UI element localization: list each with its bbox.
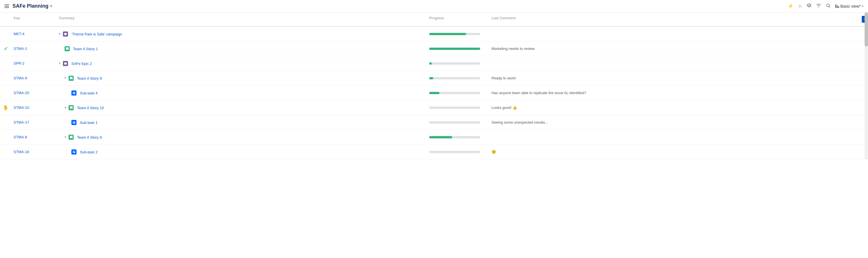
issue-summary-text: Sub-task 2: [80, 150, 97, 154]
filter-icon[interactable]: [816, 3, 821, 9]
story-icon: [68, 135, 74, 140]
row-status-cell: [0, 91, 11, 95]
issue-key-link[interactable]: STMA-10: [13, 106, 29, 110]
row-expand-chevron-icon[interactable]: ▾: [65, 106, 66, 109]
row-key-cell: STMA-9: [11, 74, 57, 82]
row-comment-cell: Has anyone been able to replicate the is…: [489, 89, 860, 97]
issue-summary-link[interactable]: SAFe Epic 2: [71, 61, 92, 66]
issue-summary-text: 'Theme Park is Safe' campaign: [71, 32, 122, 36]
row-comment-cell: [489, 62, 860, 65]
table-row: ✋STMA-10▾Team A Story 10Looks good! 👍: [0, 101, 868, 115]
menu-icon[interactable]: [4, 4, 9, 8]
svg-rect-11: [73, 152, 74, 153]
view-bars-icon: [835, 4, 839, 8]
scrollbar-track[interactable]: [865, 12, 868, 159]
progress-bar-background: [429, 77, 480, 79]
scrollbar-thumb[interactable]: [865, 12, 868, 47]
table-header: Key Summary Progress Last Comment +: [0, 12, 868, 27]
issue-key-link[interactable]: STMA-18: [13, 150, 29, 154]
row-progress-cell: [427, 90, 489, 96]
issue-key-link[interactable]: STMA-1: [13, 47, 27, 51]
progress-bar-background: [429, 121, 480, 124]
row-summary-cell: ▾SAFe Epic 2: [57, 59, 427, 68]
app-title: SAFe Planning ▾: [12, 3, 52, 9]
row-summary-cell: ▾Team A Story 10: [57, 104, 427, 112]
search-icon[interactable]: [826, 3, 831, 9]
row-comment-cell: [489, 32, 860, 36]
issue-summary-link[interactable]: Team A Story 8: [77, 135, 102, 140]
table-row: STMA-20Sub-task 4Has anyone been able to…: [0, 86, 868, 101]
issue-summary-link[interactable]: Sub-task 4: [80, 91, 97, 95]
row-comment-cell: Marketing needs to review.: [489, 45, 860, 53]
row-expand-chevron-icon[interactable]: ▾: [59, 61, 61, 65]
issue-summary-link[interactable]: Team A Story 9: [77, 76, 102, 81]
svg-rect-5: [73, 93, 74, 94]
table-row: ✓STMA-1Team A Story 1Marketing needs to …: [0, 41, 868, 56]
progress-bar-background: [429, 107, 480, 109]
row-key-cell: STMA-20: [11, 89, 57, 97]
row-expand-chevron-icon[interactable]: ▾: [65, 76, 66, 80]
row-key-cell: MKT-4: [11, 30, 57, 38]
progress-bar-background: [429, 62, 480, 65]
issue-summary-link[interactable]: 'Theme Park is Safe' campaign: [71, 32, 122, 36]
row-progress-cell: [427, 120, 489, 125]
issue-summary-text: Sub-task 4: [80, 91, 97, 95]
lightning-icon[interactable]: ⚡: [788, 3, 794, 9]
col-key: Key: [11, 15, 57, 24]
row-status-cell: ✋: [0, 103, 11, 112]
svg-rect-10: [73, 151, 75, 152]
epic-icon: [63, 31, 68, 36]
issue-key-link[interactable]: STMA-8: [13, 135, 27, 139]
svg-rect-4: [73, 92, 75, 93]
row-comment-cell: 😟: [489, 148, 860, 156]
issue-key-link[interactable]: STMA-20: [13, 91, 29, 95]
issue-summary-text: Sub-task 1: [80, 120, 97, 125]
layers-icon[interactable]: [807, 3, 812, 9]
issue-key-link[interactable]: MKT-4: [13, 32, 24, 36]
subtask-icon: [71, 90, 76, 95]
col-summary: Summary: [57, 15, 427, 24]
row-status-cell: [0, 32, 11, 36]
view-label-text: Basic view*: [840, 4, 861, 8]
issue-summary-link[interactable]: Team A Story 1: [73, 47, 98, 51]
table-row: SPR-2▾SAFe Epic 2: [0, 56, 868, 71]
issue-key-link[interactable]: STMA-9: [13, 76, 27, 80]
issue-key-link[interactable]: STMA-17: [13, 120, 29, 124]
row-progress-cell: [427, 76, 489, 81]
row-summary-cell: ▾'Theme Park is Safe' campaign: [57, 30, 427, 38]
row-key-cell: STMA-1: [11, 45, 57, 53]
title-chevron-icon[interactable]: ▾: [50, 4, 52, 8]
row-comment-cell: [489, 136, 860, 139]
row-summary-cell: ▾Team A Story 9: [57, 74, 427, 83]
header-left: SAFe Planning ▾: [4, 3, 52, 9]
progress-bar-background: [429, 92, 480, 94]
col-status: [0, 15, 11, 24]
view-chevron-icon: ▾: [862, 4, 864, 8]
issue-summary-link[interactable]: Team A Story 10: [77, 106, 104, 110]
issue-summary-link[interactable]: Sub-task 1: [80, 120, 97, 125]
pin-icon[interactable]: ☆: [798, 3, 802, 9]
row-summary-cell: Team A Story 1: [57, 45, 427, 53]
row-summary-cell: Sub-task 4: [57, 89, 427, 97]
app-title-text: SAFe Planning: [12, 3, 49, 9]
row-status-cell: [0, 150, 11, 154]
progress-bar-background: [429, 48, 480, 50]
row-status-cell: [0, 62, 11, 65]
checkmark-icon: ✓: [4, 46, 8, 52]
row-progress-cell: [427, 61, 489, 66]
issue-summary-link[interactable]: Sub-task 2: [80, 150, 97, 154]
table-body: MKT-4▾'Theme Park is Safe' campaign✓STMA…: [0, 27, 868, 159]
hand-icon: ✋: [3, 105, 8, 110]
row-progress-cell: [427, 31, 489, 37]
svg-marker-2: [64, 62, 67, 65]
row-expand-chevron-icon[interactable]: ▾: [59, 32, 61, 36]
row-summary-cell: ▾Team A Story 8: [57, 133, 427, 141]
row-key-cell: STMA-17: [11, 118, 57, 126]
progress-bar-fill: [429, 92, 439, 94]
row-key-cell: SPR-2: [11, 60, 57, 67]
view-selector[interactable]: Basic view* ▾: [835, 4, 864, 8]
progress-bar-fill: [429, 48, 480, 50]
row-expand-chevron-icon[interactable]: ▾: [65, 135, 66, 139]
issue-summary-text: Team A Story 1: [73, 47, 98, 51]
issue-key-link[interactable]: SPR-2: [13, 61, 24, 65]
